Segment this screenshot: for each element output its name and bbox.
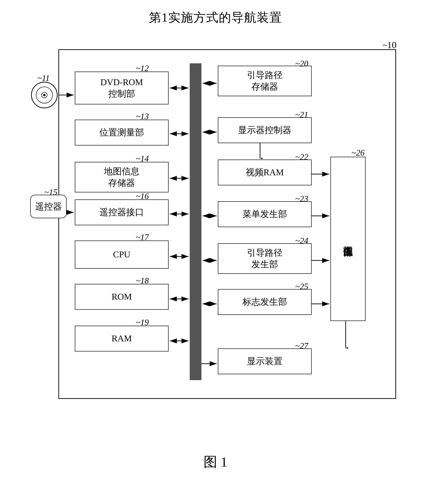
route-mem-box: 引导路径 存储器 [218, 66, 312, 96]
map-box: 地图信息 存储器 [75, 162, 169, 192]
route-gen-label: 引导路径 发生部 [247, 247, 282, 270]
ref-18: ~18 [136, 276, 149, 286]
svg-point-3 [43, 94, 45, 96]
ref-21: ~21 [295, 110, 308, 120]
ram-label: RAM [112, 333, 132, 344]
figure-label: 图 1 [203, 453, 228, 471]
video-ram-box: 视频RAM [218, 160, 312, 185]
arrow-routegen-imgsynth [312, 258, 333, 263]
route-gen-box: 引导路径 发生部 [218, 243, 312, 274]
page-container: 第1实施方式的导航装置 ~10 ~11 遥控器 ~15 DVD-ROM 控制部 … [16, 9, 415, 471]
arrow-dvd-bus [169, 86, 192, 90]
arrow-pos-bus [169, 131, 192, 136]
arrow-remote-if [67, 210, 77, 215]
map-label: 地图信息 存储器 [104, 166, 140, 189]
arrow-ram-bus [169, 339, 192, 343]
mark-gen-label: 标志发生部 [242, 296, 287, 308]
ref-27: ~27 [295, 341, 308, 351]
ref-15: ~15 [44, 187, 57, 197]
arrow-videaram-imgsynth [312, 172, 333, 176]
route-mem-label: 引导路径 存储器 [247, 70, 282, 93]
ref-11: ~11 [37, 73, 50, 83]
img-synth-box: 图像合成部 [330, 157, 366, 321]
ref-24: ~24 [295, 236, 308, 246]
arrow-displayctrl-videaram [258, 143, 262, 162]
ref-20: ~20 [295, 59, 308, 69]
ram-box: RAM [75, 326, 169, 351]
position-label: 位置测量部 [99, 127, 144, 138]
dvd-label: DVD-ROM 控制部 [100, 76, 143, 100]
remote-if-box: 遥控器接口 [75, 199, 169, 225]
dvd-rom-box: DVD-ROM 控制部 [75, 72, 169, 104]
arrow-bus-menu [202, 214, 220, 218]
arrow-bus-routegen [202, 258, 220, 263]
arrow-bus-routemem [202, 81, 220, 86]
ref-22: ~22 [295, 152, 308, 162]
menu-label: 菜单发生部 [242, 208, 287, 220]
ref-13: ~13 [136, 111, 149, 121]
arrow-disk-dvd [58, 93, 77, 97]
display-box: 显示装置 [218, 348, 312, 374]
display-ctrl-box: 显示器控制器 [218, 117, 312, 143]
arrow-rom-bus [169, 297, 192, 301]
cpu-box: CPU [75, 241, 169, 269]
ref-17: ~17 [136, 232, 149, 242]
arrow-menu-imgsynth [312, 214, 333, 218]
ref-12: ~12 [136, 63, 149, 73]
remote-label: 遥控器 [35, 201, 62, 213]
arrow-cpu-bus [169, 254, 192, 259]
remote-if-label: 遥控器接口 [99, 207, 144, 218]
arrow-markgen-imgsynth [312, 302, 333, 306]
disk-icon [30, 81, 58, 110]
video-ram-label: 视频RAM [246, 167, 284, 178]
remote-box: 遥控器 [30, 195, 67, 218]
ref-16: ~16 [136, 191, 149, 201]
ref-10: ~10 [383, 39, 396, 50]
ref-23: ~23 [295, 194, 308, 204]
ref-26: ~26 [352, 148, 364, 158]
arrow-remoteif-bus [169, 212, 192, 216]
cpu-label: CPU [113, 249, 130, 260]
arrow-bus-markgen [202, 302, 220, 306]
position-box: 位置测量部 [75, 120, 169, 145]
arrow-bus-displayctrl [202, 130, 220, 135]
rom-box: ROM [75, 284, 169, 310]
page-title: 第1实施方式的导航装置 [149, 9, 282, 26]
ref-25: ~25 [295, 282, 308, 291]
menu-box: 菜单发生部 [218, 201, 312, 227]
diagram: ~10 ~11 遥控器 ~15 DVD-ROM 控制部 ~12 位置测量部 ~1… [30, 35, 401, 446]
mark-gen-box: 标志发生部 [218, 289, 312, 315]
arrow-imgsynth-display [343, 321, 348, 351]
bus-bar [190, 63, 202, 380]
display-ctrl-label: 显示器控制器 [238, 124, 291, 136]
ref-19: ~19 [136, 317, 149, 327]
arrow-bus-display [202, 361, 220, 366]
rom-label: ROM [112, 291, 132, 302]
arrow-map-bus [169, 176, 192, 181]
display-label: 显示装置 [247, 355, 282, 367]
ref-14: ~14 [136, 154, 149, 163]
